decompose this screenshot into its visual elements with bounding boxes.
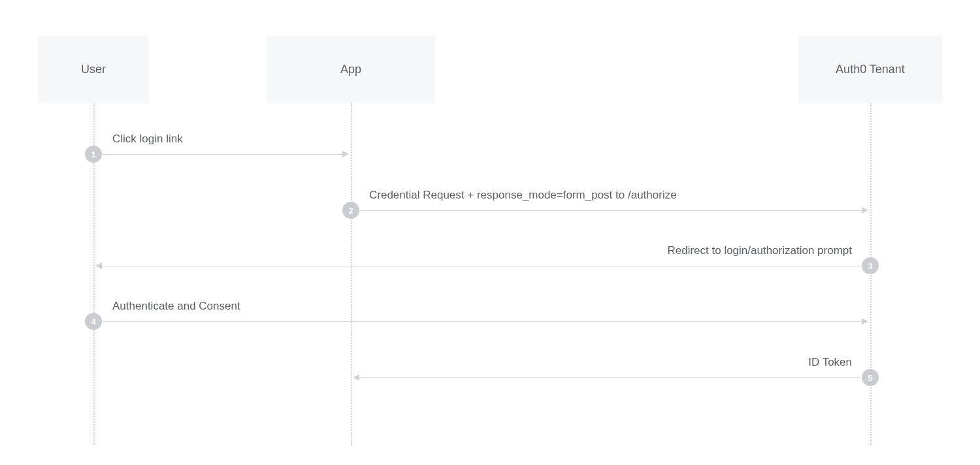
step-5-circle: 5 (862, 369, 879, 386)
step-5-num: 5 (868, 373, 872, 383)
step-4-circle: 4 (85, 313, 102, 330)
actor-user-label: User (81, 63, 106, 76)
step-3-num: 3 (868, 261, 872, 271)
actor-tenant: Auth0 Tenant (798, 35, 942, 103)
actor-user: User (38, 35, 149, 103)
actor-tenant-label: Auth0 Tenant (836, 63, 905, 76)
actor-app-label: App (340, 63, 361, 76)
step-4-arrowhead-icon (862, 318, 868, 325)
step-3-circle: 3 (862, 257, 879, 274)
actor-app: App (267, 35, 435, 103)
step-4-num: 4 (91, 317, 95, 327)
step-5-arrow (359, 377, 860, 378)
step-3-label: Redirect to login/authorization prompt (667, 244, 852, 257)
step-1-num: 1 (91, 150, 95, 159)
step-2-num: 2 (348, 206, 353, 216)
step-2-label: Credential Request + response_mode=form_… (369, 189, 677, 202)
step-3-arrow (102, 266, 860, 266)
step-2-circle: 2 (342, 202, 359, 219)
step-4-label: Authenticate and Consent (112, 300, 240, 313)
step-5-arrowhead-icon (353, 374, 359, 381)
lifeline-tenant (870, 103, 872, 445)
step-4-arrow (103, 321, 862, 322)
step-3-arrowhead-icon (95, 263, 102, 269)
step-2-arrow (361, 210, 862, 211)
step-1-circle: 1 (85, 146, 102, 163)
step-1-label: Click login link (112, 133, 183, 146)
step-1-arrowhead-icon (342, 151, 349, 157)
step-5-label: ID Token (808, 356, 852, 369)
lifeline-app (351, 103, 352, 445)
step-2-arrowhead-icon (862, 207, 868, 214)
step-1-arrow (103, 154, 342, 155)
